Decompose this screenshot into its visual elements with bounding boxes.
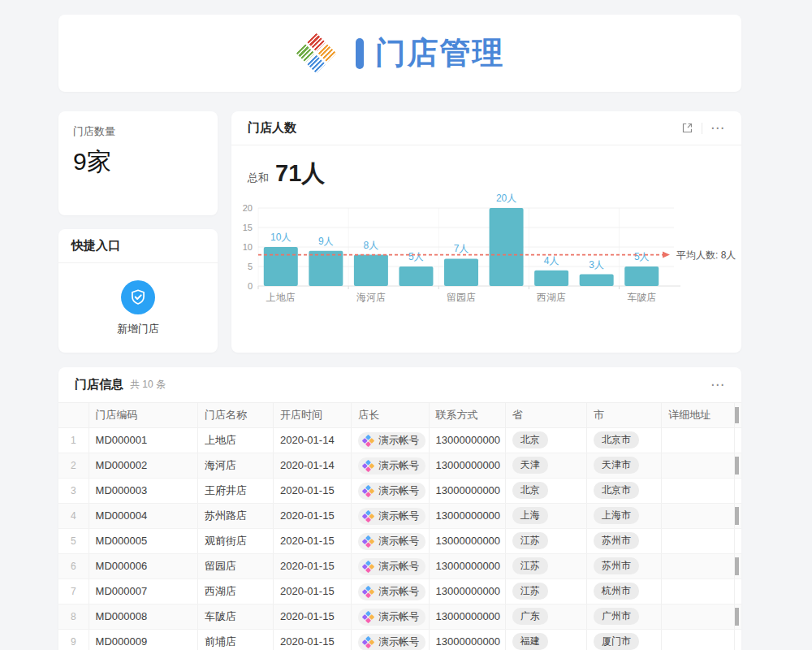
manager-name: 演示帐号 (378, 484, 419, 498)
manager-cell: 演示帐号 (352, 578, 429, 604)
svg-text:西湖店: 西湖店 (537, 292, 566, 303)
svg-text:4人: 4人 (544, 255, 559, 266)
address-cell (662, 528, 735, 553)
sliver-cell (735, 528, 741, 553)
headcount-card-title: 门店人数 (248, 120, 296, 136)
open-date-cell: 2020-01-15 (274, 629, 352, 650)
scrollbar-mark (735, 557, 739, 575)
row-number: 1 (58, 427, 89, 453)
store-name-cell: 留园店 (197, 553, 273, 578)
sliver-cell (735, 478, 741, 503)
svg-text:5人: 5人 (634, 251, 650, 262)
city-cell: 北京市 (587, 427, 662, 453)
address-cell (662, 427, 735, 453)
svg-text:车陂店: 车陂店 (627, 292, 656, 303)
store-name-cell: 上地店 (197, 427, 273, 453)
expand-icon[interactable] (681, 122, 693, 134)
manager-name: 演示帐号 (378, 635, 419, 649)
manager-cell: 演示帐号 (352, 528, 429, 553)
open-date-cell: 2020-01-15 (274, 503, 352, 528)
table-row[interactable]: 2MD000002海河店2020-01-14演示帐号13000000000天津天… (58, 453, 741, 478)
city-tag: 天津市 (594, 457, 639, 474)
city-cell: 天津市 (587, 453, 662, 478)
manager-avatar-icon (362, 510, 374, 522)
bar[interactable] (534, 271, 568, 286)
svg-text:5: 5 (248, 262, 253, 271)
column-header: 联系方式 (429, 403, 505, 427)
more-icon[interactable]: ⋯ (710, 121, 725, 135)
column-header: 省 (505, 403, 586, 427)
city-cell: 上海市 (587, 503, 662, 528)
manager-avatar-icon (362, 636, 374, 648)
open-date-cell: 2020-01-15 (274, 528, 352, 553)
store-table: 门店编码门店名称开店时间店长联系方式省市详细地址 1MD000001上地店202… (58, 403, 741, 650)
manager-name: 演示帐号 (378, 434, 419, 448)
manager-avatar-icon (362, 535, 374, 548)
sliver-cell (735, 629, 741, 650)
manager-cell: 演示帐号 (352, 604, 429, 629)
phone-cell: 13000000000 (429, 604, 505, 629)
store-code-cell: MD000003 (89, 478, 197, 503)
table-row[interactable]: 1MD000001上地店2020-01-14演示帐号13000000000北京北… (58, 427, 741, 453)
table-row[interactable]: 6MD000006留园店2020-01-15演示帐号13000000000江苏苏… (58, 553, 741, 578)
bar[interactable] (264, 247, 298, 286)
address-cell (662, 629, 735, 650)
manager-name: 演示帐号 (378, 610, 419, 624)
manager-badge: 演示帐号 (358, 583, 425, 600)
svg-text:10人: 10人 (270, 232, 291, 243)
table-row[interactable]: 7MD000007西湖店2020-01-15演示帐号13000000000江苏杭… (58, 578, 741, 604)
bar[interactable] (490, 208, 524, 286)
table-row[interactable]: 9MD000009前埔店2020-01-15演示帐号13000000000福建厦… (58, 629, 741, 650)
city-cell: 北京市 (587, 478, 662, 503)
manager-avatar-icon (362, 586, 374, 598)
open-date-cell: 2020-01-15 (274, 478, 352, 503)
add-store-label: 新增门店 (117, 322, 159, 336)
address-cell (662, 578, 735, 604)
headcount-card: 门店人数 ⋯ 总和 71人 0510152010人 (231, 111, 741, 353)
manager-badge: 演示帐号 (358, 457, 425, 474)
table-row[interactable]: 8MD000008车陂店2020-01-15演示帐号13000000000广东广… (58, 604, 741, 629)
address-cell (662, 604, 735, 629)
city-tag: 北京市 (594, 431, 639, 448)
more-icon[interactable]: ⋯ (710, 378, 725, 392)
shield-check-icon (121, 280, 155, 314)
add-store-button[interactable]: 新增门店 (58, 263, 218, 353)
province-cell: 北京 (505, 478, 586, 503)
table-row[interactable]: 3MD000003王府井店2020-01-15演示帐号13000000000北京… (58, 478, 741, 503)
bar[interactable] (399, 266, 433, 286)
row-number: 6 (58, 553, 89, 578)
bar[interactable] (624, 266, 659, 286)
store-count-label: 门店数量 (73, 124, 203, 139)
phone-cell: 13000000000 (429, 629, 505, 650)
table-row[interactable]: 4MD000004苏州路店2020-01-15演示帐号13000000000上海… (58, 503, 741, 528)
phone-cell: 13000000000 (429, 427, 505, 453)
store-code-cell: MD000002 (89, 453, 197, 478)
store-code-cell: MD000009 (89, 629, 197, 650)
bar[interactable] (309, 251, 343, 286)
address-cell (662, 478, 735, 503)
bar[interactable] (444, 258, 478, 286)
sliver-cell (735, 604, 741, 629)
row-number: 2 (58, 453, 89, 478)
title-accent-bar (356, 38, 364, 69)
bar[interactable] (580, 275, 614, 286)
table-row[interactable]: 5MD000005观前街店2020-01-15演示帐号13000000000江苏… (58, 528, 741, 553)
open-date-cell: 2020-01-15 (274, 604, 352, 629)
province-cell: 福建 (505, 629, 586, 650)
column-header: 门店编码 (89, 403, 197, 427)
row-number: 7 (58, 578, 89, 604)
scrollbar-mark (735, 608, 739, 626)
sliver-cell (735, 578, 741, 604)
bar[interactable] (354, 255, 388, 286)
column-header: 详细地址 (662, 403, 735, 427)
row-number: 9 (58, 629, 89, 650)
scrollbar-mark (735, 407, 739, 423)
province-tag: 福建 (512, 633, 548, 650)
store-count-value: 9家 (73, 145, 203, 179)
manager-name: 演示帐号 (378, 585, 419, 599)
manager-name: 演示帐号 (378, 560, 419, 574)
store-name-cell: 车陂店 (197, 604, 273, 629)
city-tag: 苏州市 (594, 532, 639, 549)
record-count: 共 10 条 (130, 378, 710, 392)
city-cell: 广州市 (587, 604, 662, 629)
